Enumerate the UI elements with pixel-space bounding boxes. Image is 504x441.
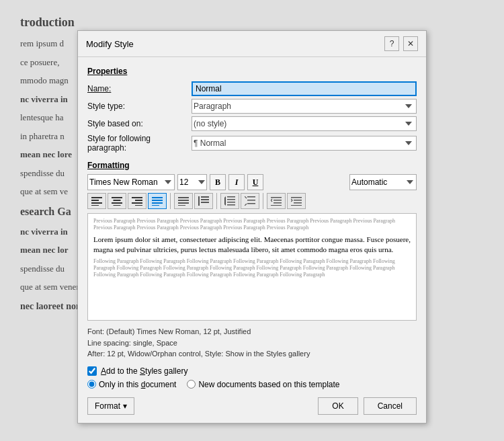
svg-rect-17 — [178, 200, 189, 201]
following-select-cell: ¶ Normal — [192, 132, 417, 154]
cancel-button[interactable]: Cancel — [364, 397, 417, 415]
name-input[interactable] — [192, 81, 417, 96]
align-extra-1-icon — [178, 196, 189, 206]
svg-rect-8 — [132, 197, 142, 198]
radio-row: Only in this document New documents base… — [87, 380, 417, 389]
new-documents-radio[interactable] — [187, 380, 196, 389]
align-right-button[interactable] — [128, 193, 146, 209]
svg-rect-28 — [247, 196, 255, 198]
style-desc-line3: After: 12 pt, Widow/Orphan control, Styl… — [87, 348, 417, 360]
font-color-select[interactable]: Automatic — [349, 174, 417, 190]
font-select[interactable]: Times New Roman — [87, 174, 175, 190]
style-type-select[interactable]: Paragraph — [192, 99, 417, 114]
svg-rect-32 — [274, 200, 282, 201]
style-based-row: Style based on: (no style) — [87, 115, 417, 132]
svg-rect-10 — [132, 202, 142, 204]
svg-rect-23 — [198, 196, 200, 206]
svg-rect-35 — [291, 197, 302, 198]
style-based-label: Style based on: — [87, 115, 192, 132]
alignment-separator-2 — [216, 193, 217, 209]
svg-rect-20 — [201, 196, 209, 198]
align-center-button[interactable] — [108, 193, 126, 209]
format-dropdown-button[interactable]: Format ▾ — [87, 397, 134, 415]
preview-main-paragraph: Lorem ipsum dolor sit amet, consectetuer… — [93, 235, 411, 255]
svg-rect-26 — [227, 202, 235, 203]
svg-rect-27 — [227, 204, 235, 206]
svg-rect-15 — [152, 205, 159, 206]
align-left-icon — [91, 196, 102, 206]
style-based-select-cell: (no style) — [192, 115, 417, 132]
only-this-doc-option: Only in this document — [87, 380, 176, 389]
align-extra-2[interactable] — [194, 193, 213, 209]
properties-section-label: Properties — [87, 67, 417, 76]
svg-rect-25 — [227, 199, 235, 200]
dialog-controls: ? ✕ — [384, 36, 418, 51]
align-left-button[interactable] — [87, 193, 106, 209]
formatting-section-label: Formatting — [87, 161, 417, 170]
ok-button[interactable]: OK — [318, 397, 358, 415]
help-button[interactable]: ? — [384, 36, 399, 51]
following-para-row: Style for following paragraph: ¶ Normal — [87, 132, 417, 154]
only-this-doc-label: Only in this document — [99, 380, 176, 389]
close-button[interactable]: ✕ — [403, 36, 418, 51]
add-to-gallery-checkbox[interactable] — [87, 366, 97, 376]
style-type-label: Style type: — [87, 97, 192, 115]
increase-indent-button[interactable] — [287, 193, 306, 209]
alignment-separator-3 — [263, 193, 263, 209]
dialog-titlebar: Modify Style ? ✕ — [78, 31, 426, 57]
svg-rect-24 — [227, 196, 235, 198]
style-type-select-cell: Paragraph — [192, 97, 417, 115]
italic-button[interactable]: I — [228, 174, 245, 190]
dialog-footer: Format ▾ OK Cancel — [87, 397, 417, 415]
size-select[interactable]: 12 — [177, 174, 207, 190]
align-justify-button[interactable] — [148, 193, 167, 209]
svg-rect-7 — [114, 205, 121, 206]
following-select[interactable]: ¶ Normal — [192, 136, 417, 151]
alignment-separator-1 — [170, 193, 171, 209]
only-this-doc-radio[interactable] — [87, 380, 96, 389]
svg-rect-14 — [152, 202, 163, 204]
underline-button[interactable]: U — [247, 174, 263, 190]
svg-rect-5 — [114, 200, 121, 201]
decrease-indent-icon — [271, 196, 282, 206]
line-spacing-2-icon — [245, 196, 255, 206]
svg-rect-9 — [135, 200, 142, 201]
alignment-row — [87, 193, 417, 209]
dialog-body: Properties Name: Style type: Paragraph S… — [78, 57, 426, 423]
formatting-row1: Times New Roman 12 B I U Automatic — [87, 174, 417, 190]
svg-rect-21 — [201, 199, 209, 200]
svg-rect-19 — [178, 205, 185, 206]
style-desc-line1: Font: (Default) Times New Roman, 12 pt, … — [87, 326, 417, 337]
svg-rect-34 — [271, 205, 282, 206]
align-right-icon — [132, 196, 142, 206]
svg-rect-4 — [112, 197, 122, 198]
add-to-gallery-row: Add to the Styles gallery — [87, 366, 417, 376]
svg-rect-16 — [178, 197, 189, 198]
svg-rect-11 — [135, 205, 142, 206]
add-to-gallery-label: Add to the Styles gallery — [101, 366, 187, 376]
svg-rect-29 — [247, 200, 255, 201]
properties-table: Name: Style type: Paragraph Style based … — [87, 80, 417, 154]
svg-rect-18 — [178, 202, 189, 204]
svg-rect-2 — [91, 202, 102, 204]
name-input-cell — [192, 80, 417, 97]
style-description: Font: (Default) Times New Roman, 12 pt, … — [87, 326, 417, 360]
svg-rect-3 — [91, 205, 99, 206]
svg-rect-12 — [152, 197, 163, 198]
style-based-select[interactable]: (no style) — [192, 116, 417, 131]
svg-rect-37 — [294, 202, 302, 204]
svg-rect-13 — [152, 200, 163, 201]
line-spacing-button-2[interactable] — [241, 193, 259, 209]
style-desc-line2: Line spacing: single, Space — [87, 337, 417, 349]
svg-rect-31 — [271, 197, 282, 198]
svg-rect-0 — [91, 197, 102, 198]
following-label: Style for following paragraph: — [87, 132, 192, 154]
svg-rect-6 — [112, 202, 122, 204]
preview-previous-paragraph: Previous Paragraph Previous Paragraph Pr… — [93, 218, 411, 232]
decrease-indent-button[interactable] — [267, 193, 286, 209]
line-spacing-button-1[interactable] — [220, 193, 239, 209]
align-extra-1[interactable] — [174, 193, 193, 209]
svg-rect-22 — [201, 202, 209, 203]
preview-following-paragraph: Following Paragraph Following Paragraph … — [93, 258, 411, 279]
bold-button[interactable]: B — [210, 174, 226, 190]
